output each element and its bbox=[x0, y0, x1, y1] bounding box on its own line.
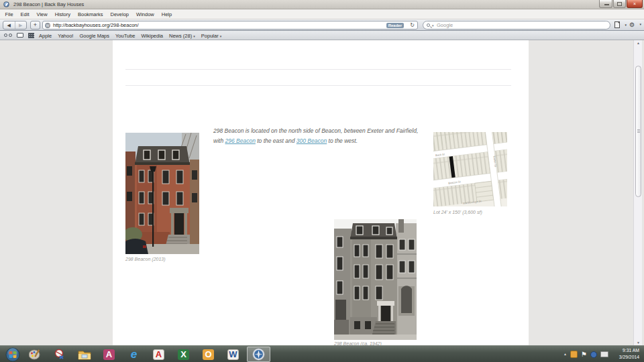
menu-help[interactable]: Help bbox=[158, 11, 175, 17]
chevron-down-icon: ▾ bbox=[193, 34, 195, 38]
chevron-down-icon: ▾ bbox=[639, 21, 641, 28]
menu-bar: File Edit View History Bookmarks Develop… bbox=[0, 9, 644, 19]
window-titlebar[interactable]: 298 Beacon | Back Bay Houses × bbox=[0, 0, 644, 9]
minimize-button[interactable] bbox=[599, 0, 612, 8]
bookmark-news-folder[interactable]: News (28) ▾ bbox=[169, 33, 195, 39]
taskbar-access-icon[interactable]: A bbox=[99, 347, 119, 362]
lot-map-image[interactable]: Back St Beacon St Marlborough St Exeter … bbox=[433, 132, 507, 206]
scroll-down-icon[interactable]: ▼ bbox=[634, 341, 643, 345]
taskbar-paint-icon[interactable] bbox=[24, 347, 45, 362]
link-296-beacon[interactable]: 296 Beacon bbox=[225, 137, 255, 144]
page-icon bbox=[614, 21, 620, 28]
chevron-down-icon: ▾ bbox=[625, 21, 627, 29]
start-button[interactable] bbox=[4, 347, 21, 362]
vertical-scrollbar[interactable]: ▲ ▼ bbox=[633, 40, 642, 345]
taskbar-excel-icon[interactable]: X bbox=[173, 347, 194, 362]
menu-edit[interactable]: Edit bbox=[17, 11, 33, 17]
url-text[interactable]: http://backbayhouses.org/298-beacon/ bbox=[53, 21, 139, 29]
search-input[interactable]: ▾ Google bbox=[423, 21, 610, 29]
action-center-flag-icon[interactable]: ⚑ bbox=[581, 351, 587, 358]
chevron-down-icon: ▾ bbox=[220, 34, 222, 38]
show-hidden-icons-button[interactable]: ▲ bbox=[564, 353, 567, 356]
desktop: 298 Beacon | Back Bay Houses × File Edit… bbox=[0, 0, 644, 362]
tray-network-globe-icon[interactable] bbox=[590, 351, 597, 358]
menu-file[interactable]: File bbox=[1, 11, 17, 17]
forward-button[interactable]: ▶ bbox=[15, 21, 27, 29]
bookmarks-book-icon[interactable] bbox=[17, 33, 23, 38]
menu-develop[interactable]: Develop bbox=[107, 11, 133, 17]
taskbar-adobe-reader-icon[interactable]: A bbox=[148, 347, 169, 362]
bookmark-popular-folder[interactable]: Popular ▾ bbox=[201, 33, 221, 39]
divider bbox=[125, 69, 511, 70]
search-placeholder: Google bbox=[437, 21, 453, 29]
new-tab-button[interactable]: + bbox=[30, 21, 40, 29]
taskbar-safari-icon-active[interactable] bbox=[247, 347, 270, 362]
bookmark-yahoo[interactable]: Yahoo! bbox=[58, 33, 73, 39]
site-favicon-wordpress-icon: W bbox=[45, 23, 50, 28]
page-content: 298 Beacon is located on the north side … bbox=[0, 40, 644, 345]
safari-compass-icon bbox=[3, 1, 9, 7]
scrollbar-grip-icon bbox=[637, 129, 640, 133]
back-button[interactable]: ◀ bbox=[3, 21, 15, 29]
bookmark-apple[interactable]: Apple bbox=[39, 33, 52, 39]
reading-list-glasses-icon[interactable] bbox=[4, 34, 13, 38]
windows-start-orb-icon bbox=[5, 347, 20, 362]
caption-photo-2013: 298 Beacon (2013) bbox=[125, 257, 166, 261]
maximize-button[interactable] bbox=[613, 0, 626, 8]
nav-button-group: ◀ ▶ bbox=[3, 21, 27, 29]
clock-time: 9:31 AM bbox=[607, 347, 639, 354]
address-bar[interactable]: W http://backbayhouses.org/298-beacon/ R… bbox=[42, 21, 418, 29]
caption-lot-size: Lot 24' x 150' (3,600 sf) bbox=[433, 210, 482, 215]
bookmark-youtube[interactable]: YouTube bbox=[115, 33, 135, 39]
taskbar-internet-explorer-icon[interactable]: e bbox=[123, 347, 144, 362]
taskbar-file-explorer-icon[interactable] bbox=[74, 347, 95, 362]
description-paragraph: 298 Beacon is located on the north side … bbox=[213, 126, 423, 145]
system-tray: ▲ ⚑ bbox=[564, 346, 608, 362]
divider bbox=[125, 85, 511, 86]
menu-bookmarks[interactable]: Bookmarks bbox=[74, 11, 107, 17]
top-sites-grid-icon[interactable] bbox=[28, 33, 34, 38]
bookmark-wikipedia[interactable]: Wikipedia bbox=[142, 33, 164, 39]
browser-toolbar: ◀ ▶ + W http://backbayhouses.org/298-bea… bbox=[0, 19, 644, 31]
page-actions-button[interactable]: ▾ bbox=[614, 21, 627, 29]
scroll-up-icon[interactable]: ▲ bbox=[634, 41, 643, 45]
settings-gear-button[interactable]: ⚙▾ bbox=[629, 21, 641, 29]
gear-icon: ⚙ bbox=[629, 21, 635, 28]
menu-history[interactable]: History bbox=[51, 11, 74, 17]
refresh-icon[interactable]: ↻ bbox=[410, 21, 415, 29]
taskbar-pinned-app-icon[interactable] bbox=[49, 347, 70, 362]
taskbar-word-icon[interactable]: W bbox=[223, 347, 244, 362]
search-icon bbox=[427, 23, 430, 27]
tray-app-icon[interactable] bbox=[570, 351, 578, 358]
link-300-beacon[interactable]: 300 Beacon bbox=[297, 137, 327, 144]
window-title: 298 Beacon | Back Bay Houses bbox=[13, 0, 84, 9]
menu-window[interactable]: Window bbox=[133, 11, 158, 17]
search-engine-dropdown-icon[interactable]: ▾ bbox=[432, 22, 434, 29]
maximize-icon bbox=[617, 2, 622, 6]
menu-view[interactable]: View bbox=[33, 11, 51, 17]
close-button[interactable]: × bbox=[627, 0, 643, 8]
taskbar-outlook-icon[interactable]: O bbox=[198, 347, 219, 362]
scrollbar-thumb[interactable] bbox=[635, 66, 641, 197]
minimize-icon bbox=[604, 4, 609, 5]
bookmark-google-maps[interactable]: Google Maps bbox=[79, 33, 109, 39]
clock-date: 3/29/2014 bbox=[607, 354, 639, 361]
bookmarks-bar: Apple Yahoo! Google Maps YouTube Wikiped… bbox=[0, 31, 644, 40]
reader-button[interactable]: Reader bbox=[386, 23, 404, 28]
photo-298-beacon-2013[interactable] bbox=[125, 133, 199, 254]
photo-298-beacon-1942[interactable] bbox=[334, 219, 417, 340]
taskbar-clock[interactable]: 9:31 AM 3/29/2014 bbox=[607, 347, 639, 361]
windows-taskbar: A e A X O W ▲ ⚑ 9:31 AM 3/29/2014 bbox=[0, 345, 644, 362]
